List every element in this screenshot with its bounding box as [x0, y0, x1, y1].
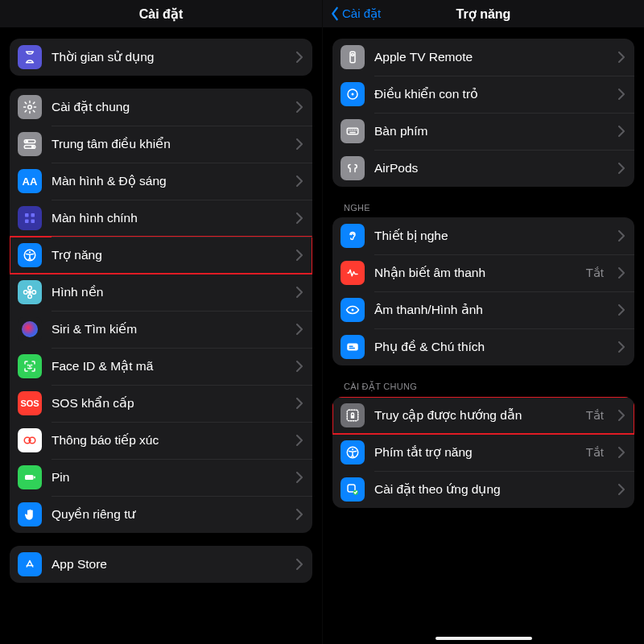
settings-row-sos[interactable]: SOS SOS khẩn cấp [10, 385, 312, 422]
chevron-left-icon [329, 6, 341, 21]
chevron-right-icon [618, 484, 625, 495]
settings-row-control[interactable]: Trung tâm điều khiển [10, 126, 312, 163]
settings-row-screentime[interactable]: Thời gian sử dụng [10, 39, 312, 76]
settings-row-av[interactable]: Âm thanh/Hình ảnh [332, 291, 634, 328]
battery-icon [18, 465, 42, 489]
settings-group: Apple TV Remote Điều khiển con trỏ Bàn p… [332, 39, 634, 187]
svg-rect-21 [25, 475, 34, 480]
settings-row-airpods[interactable]: AirPods [332, 150, 634, 187]
svg-point-12 [28, 287, 32, 291]
settings-row-pointer[interactable]: Điều khiển con trỏ [332, 76, 634, 113]
row-label: Nhận biết âm thanh [374, 266, 576, 280]
aa-icon: AA [18, 169, 42, 193]
settings-row-privacy[interactable]: Quyền riêng tư [10, 496, 312, 533]
navbar: Cài đặt [0, 0, 322, 27]
home-indicator [436, 637, 532, 640]
svg-point-35 [352, 309, 354, 312]
settings-group: Thiết bị nghe Nhận biết âm thanh Tắt Âm … [332, 217, 634, 365]
ear-icon [341, 224, 365, 248]
row-value: Tắt [586, 266, 604, 280]
section-header: CÀI ĐẶT CHUNG [344, 382, 631, 392]
settings-row-battery[interactable]: Pin [10, 459, 312, 496]
svg-point-10 [29, 251, 31, 253]
svg-point-2 [26, 141, 27, 142]
row-label: Quyền riêng tư [52, 507, 287, 522]
appstore-icon [18, 552, 42, 576]
flower-icon [18, 280, 42, 304]
row-label: Apple TV Remote [374, 50, 609, 64]
svg-point-20 [29, 440, 31, 442]
chevron-right-icon [296, 101, 303, 113]
svg-point-15 [32, 291, 36, 295]
chevron-right-icon [296, 287, 303, 298]
chevron-right-icon [618, 89, 625, 100]
chevron-right-icon [296, 213, 303, 224]
grid-icon [18, 206, 42, 230]
chevron-right-icon [618, 52, 625, 63]
accessibility-list[interactable]: Apple TV Remote Điều khiển con trỏ Bàn p… [323, 27, 644, 636]
row-label: Cài đặt chung [52, 100, 287, 114]
svg-point-25 [352, 54, 354, 56]
phone-left: Cài đặt Thời gian sử dụng Cài đặt chung … [0, 0, 322, 644]
row-label: Phím tắt trợ năng [374, 445, 576, 460]
row-value: Tắt [586, 445, 604, 460]
settings-group: Truy cập được hướng dẫn Tắt Phím tắt trợ… [332, 397, 634, 508]
settings-row-tvremote[interactable]: Apple TV Remote [332, 39, 634, 76]
chevron-right-icon [296, 138, 303, 150]
row-label: Thông báo tiếp xúc [52, 433, 287, 448]
settings-row-hearing[interactable]: Thiết bị nghe [332, 217, 634, 254]
row-label: Thiết bị nghe [374, 229, 609, 243]
svg-point-17 [31, 365, 32, 365]
remote-icon [341, 45, 365, 69]
svg-point-11 [28, 291, 32, 295]
settings-group: App Store [10, 546, 312, 583]
exposure-icon [18, 428, 42, 452]
chevron-right-icon [296, 324, 303, 335]
settings-row-home[interactable]: Màn hình chính [10, 200, 312, 237]
svg-point-27 [352, 93, 354, 96]
settings-list[interactable]: Thời gian sử dụng Cài đặt chung Trung tâ… [0, 27, 322, 636]
nav-title: Trợ năng [456, 6, 511, 22]
settings-row-siri[interactable]: Siri & Tìm kiếm [10, 311, 312, 348]
svg-point-16 [27, 365, 28, 365]
row-label: Siri & Tìm kiếm [52, 322, 287, 336]
chevron-right-icon [296, 361, 303, 372]
settings-row-shortcut[interactable]: Phím tắt trợ năng Tắt [332, 434, 634, 471]
row-label: Phụ đề & Chú thích [374, 340, 609, 354]
back-button[interactable]: Cài đặt [329, 0, 381, 27]
row-label: Truy cập được hướng dẫn [374, 408, 576, 423]
svg-rect-7 [25, 220, 29, 224]
settings-row-faceid[interactable]: Face ID & Mật mã [10, 348, 312, 385]
pointer-icon [341, 82, 365, 106]
hourglass-icon [18, 45, 42, 69]
airpods-icon [341, 156, 365, 180]
settings-row-guided[interactable]: Truy cập được hướng dẫn Tắt [332, 397, 634, 434]
sos-icon: SOS [18, 391, 42, 415]
row-label: Màn hình chính [52, 211, 287, 225]
row-label: Điều khiển con trỏ [374, 87, 609, 101]
settings-row-keyboard[interactable]: Bàn phím [332, 113, 634, 150]
settings-row-appstore[interactable]: App Store [10, 546, 312, 583]
row-label: Pin [52, 470, 287, 485]
chevron-right-icon [296, 559, 303, 570]
settings-row-display[interactable]: AA Màn hình & Độ sáng [10, 163, 312, 200]
row-label: Bàn phím [374, 124, 609, 138]
settings-row-wallpaper[interactable]: Hình nền [10, 274, 312, 311]
settings-row-exposure[interactable]: Thông báo tiếp xúc [10, 422, 312, 459]
svg-rect-5 [25, 213, 29, 217]
row-label: AirPods [374, 161, 609, 175]
settings-row-soundrec[interactable]: Nhận biết âm thanh Tắt [332, 254, 634, 291]
chevron-right-icon [618, 410, 625, 421]
settings-row-access[interactable]: Trợ năng [10, 237, 312, 274]
settings-row-general[interactable]: Cài đặt chung [10, 89, 312, 126]
settings-row-perapp[interactable]: Cài đặt theo ứng dụng [332, 471, 634, 508]
gear-icon [18, 95, 42, 119]
lock-icon [341, 403, 365, 427]
settings-group: Thời gian sử dụng [10, 39, 312, 76]
row-label: Màn hình & Độ sáng [52, 174, 287, 188]
soundrec-icon [341, 261, 365, 285]
chevron-right-icon [296, 472, 303, 483]
hand-icon [18, 502, 42, 526]
settings-row-captions[interactable]: Phụ đề & Chú thích [332, 328, 634, 365]
row-value: Tắt [586, 408, 604, 423]
